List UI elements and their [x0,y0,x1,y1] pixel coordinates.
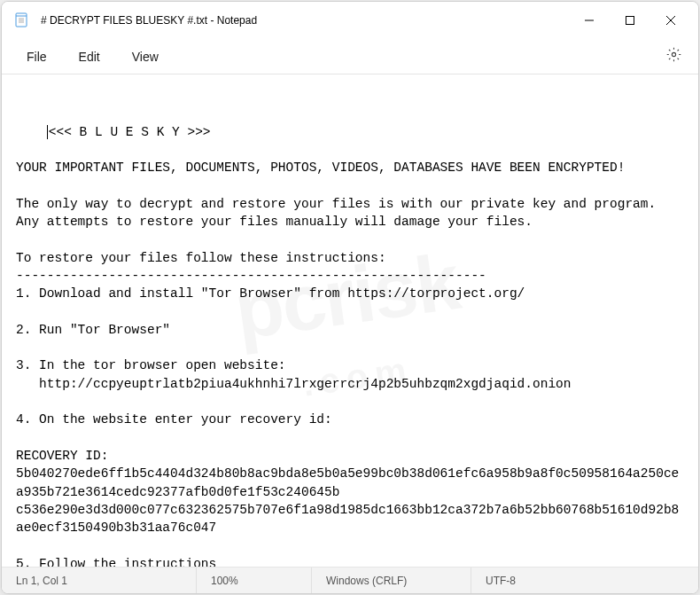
close-button[interactable] [650,6,691,35]
notepad-window: # DECRYPT FILES BLUESKY #.txt - Notepad … [1,1,699,594]
status-encoding[interactable]: UTF-8 [471,568,698,593]
menubar: File Edit View [2,39,698,74]
maximize-button[interactable] [610,6,650,35]
minimize-button[interactable] [569,6,610,35]
settings-button[interactable] [657,43,689,71]
text-cursor [47,125,48,139]
notepad-icon [14,12,30,28]
menu-view[interactable]: View [116,44,175,69]
status-zoom[interactable]: 100% [197,568,312,593]
titlebar: # DECRYPT FILES BLUESKY #.txt - Notepad [2,2,698,39]
svg-point-9 [672,52,675,56]
window-controls [569,6,691,35]
svg-rect-6 [626,17,634,25]
menu-edit[interactable]: Edit [63,44,116,69]
statusbar: Ln 1, Col 1 100% Windows (CRLF) UTF-8 [2,567,698,593]
status-line-ending[interactable]: Windows (CRLF) [312,568,471,593]
status-position[interactable]: Ln 1, Col 1 [2,568,197,593]
menu-file[interactable]: File [11,44,63,69]
window-title: # DECRYPT FILES BLUESKY #.txt - Notepad [41,14,569,27]
editor-content: <<< B L U E S K Y >>> YOUR IMPORTANT FIL… [16,125,679,567]
gear-icon [666,47,681,66]
text-editor[interactable]: pcrisk .com <<< B L U E S K Y >>> YOUR I… [2,74,698,567]
